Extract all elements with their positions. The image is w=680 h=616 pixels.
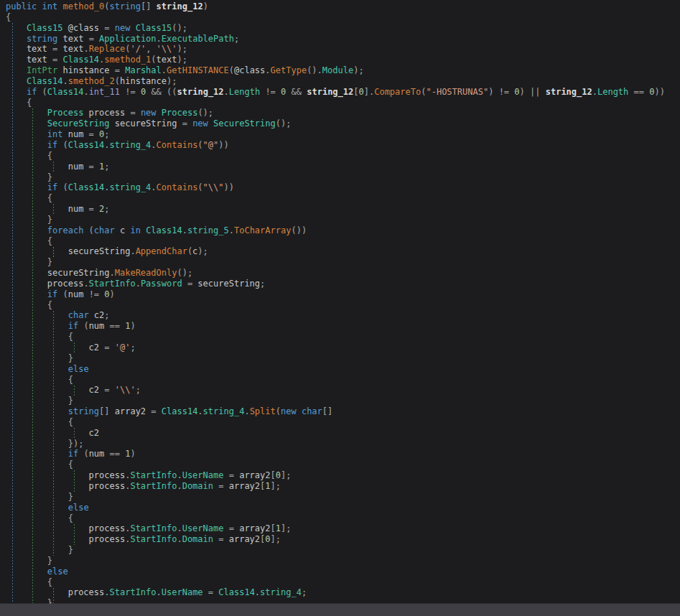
code-line: } [6, 556, 665, 566]
code-token-p [6, 118, 47, 129]
code-token-kw: if [47, 140, 57, 150]
code-line: c2 = '\\'; [6, 385, 665, 396]
code-token-p [525, 87, 530, 97]
code-token-op: { [6, 151, 52, 161]
code-token-op: ); [177, 44, 187, 54]
code-token-pr: string_4 [203, 406, 245, 416]
code-token-p [182, 279, 187, 289]
code-token-p: array2 [224, 534, 261, 544]
code-token-op: { [6, 459, 73, 470]
code-token-op: . [162, 65, 167, 75]
code-line: SecureString secureString = new SecureSt… [6, 118, 665, 129]
code-token-ty: Class14 [162, 406, 198, 416]
code-token-op: [] [99, 406, 109, 416]
code-token-kw: new [141, 108, 157, 118]
code-line: foreach (char c in Class14.string_5.ToCh… [6, 225, 665, 236]
code-token-op: } [6, 598, 52, 604]
code-line: if (Class14.string_4.Contains("@")) [6, 140, 665, 151]
code-token-op: ) [110, 289, 115, 299]
code-token-op: ; [104, 162, 109, 172]
code-line: if (num == 1) [6, 321, 665, 332]
code-token-p [6, 65, 27, 75]
code-token-p [94, 34, 99, 44]
code-token-vt: IntPtr [27, 65, 57, 75]
code-token-p: process [6, 481, 125, 491]
code-token-op: )) [224, 182, 234, 192]
code-token-ty: Class14 [146, 225, 182, 235]
code-token-op: . [229, 225, 234, 235]
code-line: { [6, 332, 665, 342]
code-token-p [6, 321, 68, 331]
code-line: { [6, 193, 665, 204]
code-token-ty: Class14 [63, 55, 100, 65]
code-token-op: . [83, 279, 88, 289]
code-line: { [6, 577, 665, 588]
code-line: { [6, 151, 665, 162]
code-token-op: [] [322, 406, 332, 416]
code-line: int num = 0; [6, 129, 665, 140]
code-token-op: . [130, 246, 135, 256]
code-token-num: 0 [265, 534, 270, 544]
code-token-p [6, 76, 27, 86]
code-token-op: { [6, 375, 73, 385]
code-token-op: . [62, 76, 67, 86]
code-token-pr: string_5 [187, 225, 229, 235]
code-token-pr: UserName [182, 470, 224, 480]
code-token-op: == [634, 87, 644, 97]
code-token-kw: public [6, 1, 37, 11]
code-token-pr: string_4 [110, 182, 152, 192]
code-token-p: array2 [224, 481, 261, 491]
code-line: process.StartInfo.UserName = array2[0]; [6, 470, 665, 481]
code-token-kw: if [47, 289, 57, 299]
code-token-p [297, 406, 302, 416]
code-line: } [6, 492, 665, 503]
code-token-op: } [6, 353, 73, 363]
code-token-kw: in [130, 225, 140, 235]
code-token-str: '/' [130, 44, 146, 54]
code-token-p [57, 1, 62, 11]
code-token-op: (( [167, 87, 177, 97]
code-token-op: . [197, 406, 202, 416]
code-token-op: ( [83, 321, 88, 331]
code-token-m: CompareTo [374, 87, 421, 97]
code-token-op: . [592, 87, 597, 97]
code-token-op: ( [62, 182, 67, 192]
code-token-op: . [265, 65, 270, 75]
code-token-p: secureString [6, 246, 130, 256]
code-token-p [157, 108, 162, 118]
code-token-prm: string_12 [546, 87, 592, 97]
code-token-op: ; [104, 310, 109, 320]
code-token-p: text [57, 34, 88, 44]
code-line: string[] array2 = Class14.string_4.Split… [6, 406, 665, 417]
code-token-pr: ExecutablePath [162, 34, 234, 44]
code-token-p: array2 [234, 523, 271, 533]
code-line: { [6, 417, 665, 428]
code-token-p [6, 129, 47, 139]
code-token-p [6, 503, 68, 513]
code-line: process.StartInfo.UserName = array2[1]; [6, 523, 665, 534]
code-area[interactable]: public int method_0(string[] string_12){… [6, 1, 665, 604]
code-token-p [540, 87, 545, 97]
code-token-p [110, 342, 115, 353]
code-token-op: = [229, 470, 234, 480]
code-token-pr: StartInfo [130, 523, 177, 533]
code-token-num: 0 [276, 470, 281, 480]
code-token-m: Replace [89, 44, 126, 54]
code-token-op: )) [654, 87, 664, 97]
code-token-op: ( [62, 140, 67, 150]
horizontal-scrollbar[interactable] [0, 603, 680, 616]
code-token-p: c2 [89, 310, 105, 320]
code-token-op: } [6, 556, 52, 566]
code-line: Class14.smethod_2(hinstance); [6, 76, 665, 87]
code-line: } [6, 172, 665, 183]
code-line: char c2; [6, 310, 665, 321]
code-token-op: . [83, 87, 88, 97]
code-token-p: num [6, 204, 89, 214]
code-token-kw: int [42, 1, 58, 11]
code-token-op: != [265, 87, 275, 97]
code-token-op: && [151, 87, 161, 97]
code-token-p [130, 23, 135, 33]
code-token-op: ) [130, 321, 135, 331]
code-line: IntPtr hinstance = Marshal.GetHINSTANCE(… [6, 65, 665, 76]
code-token-p [6, 566, 47, 577]
